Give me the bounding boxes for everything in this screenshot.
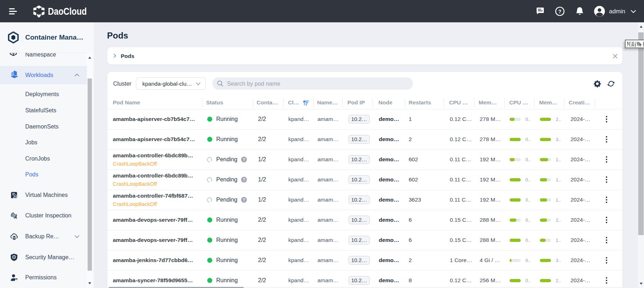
svg-text:?: ? <box>558 9 561 14</box>
